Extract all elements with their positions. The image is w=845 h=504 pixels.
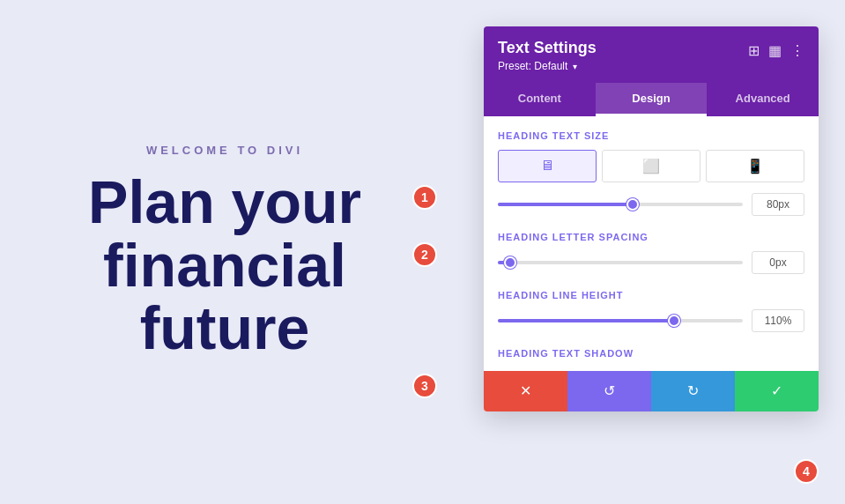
tab-content[interactable]: Content (484, 83, 596, 116)
heading-line2: financial (103, 232, 346, 299)
badge-1: 1 (412, 185, 437, 210)
heading-letter-spacing-value[interactable] (752, 251, 804, 274)
mobile-icon: 📱 (746, 158, 764, 174)
panel-preset[interactable]: Preset: Default ▾ (498, 60, 597, 72)
badge-2: 2 (412, 242, 437, 267)
welcome-label: WELCOME TO DIVI (146, 144, 303, 157)
save-button[interactable]: ✓ (735, 371, 819, 411)
cancel-button[interactable]: ✕ (484, 371, 567, 411)
heading-text-size-slider-row (498, 193, 804, 216)
badge-4: 4 (794, 459, 819, 484)
panel-footer: ✕ ↺ ↻ ✓ (484, 371, 819, 411)
expand-icon[interactable]: ⊞ (748, 42, 760, 59)
heading-line-height-section: Heading Line Height (498, 290, 804, 332)
panel-tabs: Content Design Advanced (484, 83, 819, 116)
device-btn-desktop[interactable]: 🖥 (498, 150, 597, 182)
heading-text-size-label: Heading Text Size (498, 130, 804, 141)
badge-3: 3 (412, 374, 437, 398)
heading-letter-spacing-label: Heading Letter Spacing (498, 232, 804, 242)
heading-line3: future (140, 294, 310, 361)
heading-letter-spacing-section: Heading Letter Spacing (498, 232, 804, 274)
heading-text-shadow-section: Heading Text Shadow (498, 348, 804, 359)
heading-line1: Plan your (88, 168, 361, 235)
device-btn-mobile[interactable]: 📱 (706, 150, 804, 182)
panel-title-group: Text Settings Preset: Default ▾ (498, 39, 597, 72)
more-icon[interactable]: ⋮ (790, 42, 804, 59)
heading-line-height-slider-row (498, 309, 804, 332)
panel-body: Heading Text Size 🖥 ⬜ 📱 (484, 116, 819, 371)
heading-text-size-value[interactable] (752, 193, 804, 216)
heading-text-shadow-label: Heading Text Shadow (498, 348, 804, 359)
heading-text-size-section: Heading Text Size 🖥 ⬜ 📱 (498, 130, 804, 216)
panel-title: Text Settings (498, 39, 597, 58)
save-icon: ✓ (771, 382, 782, 399)
redo-button[interactable]: ↻ (651, 371, 735, 411)
heading-line-height-label: Heading Line Height (498, 290, 804, 300)
cancel-icon: ✕ (520, 382, 531, 399)
redo-icon: ↻ (687, 382, 699, 399)
grid-icon[interactable]: ▦ (768, 42, 782, 59)
reset-icon: ↺ (604, 382, 615, 399)
heading-letter-spacing-slider-row (498, 251, 804, 274)
panel-header-icons: ⊞ ▦ ⋮ (748, 42, 804, 59)
panel-header: Text Settings Preset: Default ▾ ⊞ ▦ ⋮ (484, 26, 819, 83)
heading-text-size-slider[interactable] (498, 203, 743, 206)
text-settings-panel: Text Settings Preset: Default ▾ ⊞ ▦ ⋮ Co… (484, 26, 819, 411)
heading-line-height-slider[interactable] (498, 319, 743, 322)
reset-button[interactable]: ↺ (567, 371, 651, 411)
desktop-icon: 🖥 (540, 158, 554, 174)
device-btn-tablet[interactable]: ⬜ (602, 150, 700, 182)
main-heading: Plan your financial future (88, 171, 361, 359)
preview-area: WELCOME TO DIVI Plan your financial futu… (0, 0, 449, 504)
tablet-icon: ⬜ (642, 158, 660, 174)
heading-line-height-value[interactable] (752, 309, 804, 332)
tab-design[interactable]: Design (596, 83, 708, 116)
device-row: 🖥 ⬜ 📱 (498, 150, 804, 182)
tab-advanced[interactable]: Advanced (707, 83, 819, 116)
heading-letter-spacing-slider[interactable] (498, 261, 743, 264)
